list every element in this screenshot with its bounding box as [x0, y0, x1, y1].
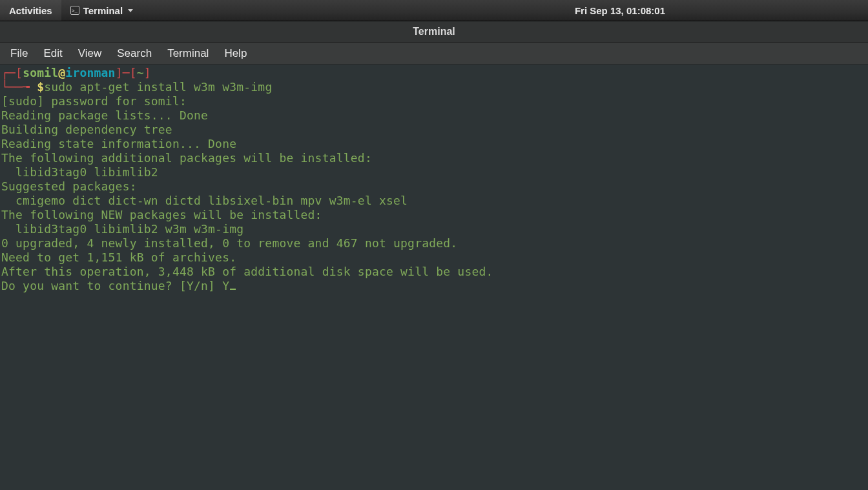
terminal-viewport[interactable]: ┌─[somil@ironman]─[~] └──╼ $sudo apt-get… [0, 65, 868, 490]
activities-label: Activities [9, 5, 52, 16]
menu-label: Search [117, 47, 152, 59]
gnome-top-panel: Activities >_ Terminal Fri Sep 13, 01:08… [0, 0, 868, 21]
menu-view[interactable]: View [70, 45, 110, 63]
output-line: libid3tag0 libimlib2 w3m w3m-img [1, 222, 243, 236]
prompt-at: @ [58, 66, 65, 79]
output-line: Need to get 1,151 kB of archives. [1, 250, 236, 264]
menu-label: Edit [43, 47, 62, 59]
app-menu-button[interactable]: >_ Terminal [61, 0, 142, 21]
cursor-icon [230, 289, 236, 290]
menu-label: View [78, 47, 102, 59]
output-line: Reading package lists... Done [1, 108, 208, 122]
output-line: 0 upgraded, 4 newly installed, 0 to remo… [1, 236, 457, 250]
menu-label: Help [224, 47, 247, 59]
prompt-bracket-open: ┌─[ [1, 66, 23, 79]
activities-button[interactable]: Activities [0, 0, 61, 21]
output-line: cmigemo dict dict-wn dictd libsixel-bin … [1, 194, 408, 207]
output-line: Do you want to continue? [Y/n] Y [1, 279, 229, 292]
prompt-cwd: ~ [137, 66, 144, 79]
output-line: libid3tag0 libimlib2 [1, 165, 158, 179]
clock-text: Fri Sep 13, 01:08:01 [575, 5, 665, 16]
output-line: [sudo] password for somil: [1, 94, 187, 108]
terminal-app-icon: >_ [70, 6, 79, 15]
clock-button[interactable]: Fri Sep 13, 01:08:01 [566, 0, 674, 21]
menu-file[interactable]: File [3, 45, 36, 63]
prompt-arrow: └──╼ [1, 80, 37, 94]
menu-search[interactable]: Search [109, 45, 160, 63]
menu-edit[interactable]: Edit [36, 45, 70, 63]
output-line: Suggested packages: [1, 179, 137, 193]
menu-label: Terminal [167, 47, 209, 59]
output-line: Building dependency tree [1, 123, 172, 136]
prompt-dollar: $ [37, 80, 44, 94]
output-line: After this operation, 3,448 kB of additi… [1, 265, 493, 278]
app-menu-label: Terminal [83, 5, 123, 16]
prompt-bracket-mid: ]─[ [116, 66, 137, 79]
menu-terminal[interactable]: Terminal [160, 45, 216, 63]
menu-label: File [10, 47, 28, 59]
prompt-host: ironman [65, 66, 115, 79]
command-text: sudo apt-get install w3m w3m-img [44, 80, 272, 94]
prompt-bracket-close: ] [144, 66, 151, 79]
window-title-bar[interactable]: Terminal [0, 21, 868, 43]
menu-bar: File Edit View Search Terminal Help [0, 43, 868, 65]
chevron-down-icon [128, 9, 133, 12]
output-line: The following NEW packages will be insta… [1, 208, 322, 221]
prompt-user: somil [23, 66, 58, 79]
output-line: The following additional packages will b… [1, 151, 372, 165]
menu-help[interactable]: Help [216, 45, 254, 63]
output-line: Reading state information... Done [1, 137, 236, 150]
window-title: Terminal [413, 26, 455, 37]
